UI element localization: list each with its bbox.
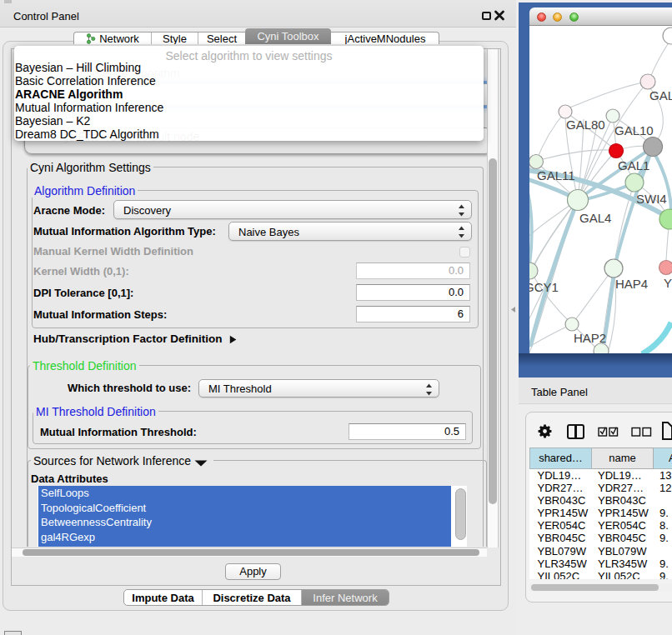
svg-text:GCY1: GCY1 bbox=[529, 280, 559, 294]
svg-text:GAL11: GAL11 bbox=[537, 168, 575, 182]
svg-text:GAL4: GAL4 bbox=[579, 211, 611, 225]
svg-text:HAP2: HAP2 bbox=[574, 331, 606, 345]
svg-text:YMR: YMR bbox=[664, 276, 672, 290]
svg-text:GAL2: GAL2 bbox=[649, 88, 672, 102]
svg-text:GAL1: GAL1 bbox=[618, 158, 649, 172]
svg-text:GAL10: GAL10 bbox=[614, 123, 654, 138]
svg-text:HAP4: HAP4 bbox=[615, 277, 648, 291]
svg-text:GAL80: GAL80 bbox=[566, 118, 605, 132]
svg-text:SWI4: SWI4 bbox=[636, 192, 667, 206]
